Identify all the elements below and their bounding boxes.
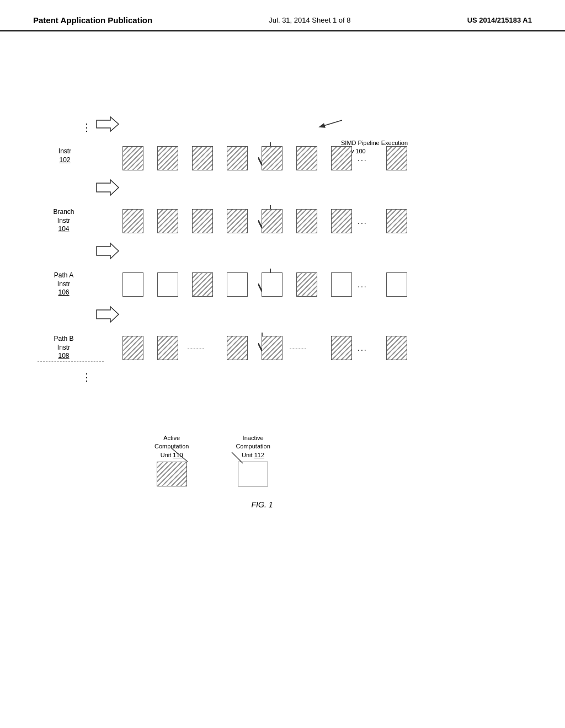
row2-box8 [386,209,407,233]
row2-box2 [157,209,178,233]
row3-box8 [386,272,407,297]
row1-box8 [386,146,407,170]
row3-box2 [157,272,178,297]
row3-box7 [331,272,352,297]
row1-box6 [296,146,317,170]
row1-box3 [192,146,213,170]
row4-dots: ... [358,344,367,352]
row3-box6 [296,272,317,297]
row2-dots: ... [358,217,367,226]
row3-box4 [227,272,248,297]
row3-box5 [262,272,282,297]
svg-line-6 [171,448,188,462]
row1-box5 [262,146,282,170]
row1-box7 [331,146,352,170]
row4-box4 [262,336,282,360]
row2-box1 [122,209,143,233]
row3-box1 [122,272,143,297]
vdots-bottom: ⋮ [82,372,92,382]
row4-box5 [331,336,352,360]
vdots-top: ⋮ [82,122,92,133]
row-label-instr102: Instr 102 [41,147,88,164]
row1-dots: ... [358,154,367,163]
row2-box7 [331,209,352,233]
svg-line-7 [232,452,243,463]
row4-dashed-line [38,361,104,362]
row4-box1 [122,336,143,360]
page: Patent Application Publication Jul. 31, … [0,0,565,728]
row2-box6 [296,209,317,233]
row1-box2 [157,146,178,170]
row4-dash1 [188,348,204,349]
legend-arrows-svg [132,431,298,486]
fig-caption: FIG. 1 [221,500,303,509]
row4-box3 [227,336,248,360]
row2-box5 [262,209,282,233]
row3-box3 [192,272,213,297]
row4-dash2 [290,348,306,349]
row4-box2 [157,336,178,360]
row3-dots: ... [358,280,367,289]
row-label-branch104: Branch Instr 104 [38,208,90,234]
row1-box1 [122,146,143,170]
row2-box3 [192,209,213,233]
row4-box6 [386,336,407,360]
row-label-patha106: Path A Instr 106 [38,271,90,297]
row-label-pathb108: Path B Instr 108 [38,335,90,361]
row2-box4 [227,209,248,233]
row1-box4 [227,146,248,170]
diagram-area: SIMD Pipeline Execution Flow 100 ⋮ Instr… [0,31,565,693]
